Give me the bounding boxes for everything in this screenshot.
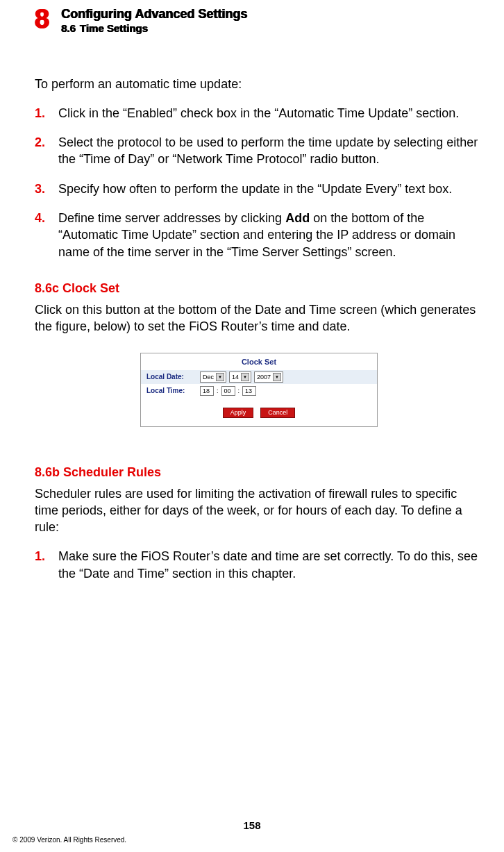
step-number: 2. [35, 134, 49, 151]
chevron-down-icon: ▼ [241, 373, 249, 381]
list-item: 2. Select the protocol to be used to per… [35, 134, 483, 168]
step-text: Define time server addresses by clicking… [58, 210, 483, 260]
intro-paragraph: To perform an automatic time update: [35, 76, 483, 92]
cancel-button[interactable]: Cancel [260, 408, 295, 418]
list-item: 4. Define time server addresses by click… [35, 210, 483, 260]
list-item: 1. Make sure the FiOS Router’s date and … [35, 548, 483, 582]
clock-set-figure: Clock Set Local Date: Dec▼ 14▼ 2007▼ Loc… [140, 353, 378, 427]
step-number: 1. [35, 105, 49, 122]
list-item: 1. Click in the “Enabled” check box in t… [35, 105, 483, 122]
section-title: Time Settings [80, 22, 148, 34]
page-number: 158 [0, 819, 504, 831]
steps-list-1: 1. Click in the “Enabled” check box in t… [35, 105, 483, 260]
heading-86b: 8.6b Scheduler Rules [35, 465, 483, 480]
minute-input[interactable]: 00 [221, 386, 235, 396]
step-number: 3. [35, 181, 49, 197]
year-select[interactable]: 2007▼ [254, 371, 283, 383]
step-text: Specify how often to perform the update … [58, 181, 483, 197]
second-input[interactable]: 13 [242, 386, 256, 396]
copyright: © 2009 Verizon. All Rights Reserved. [12, 836, 126, 844]
step-number: 1. [35, 548, 49, 565]
chevron-down-icon: ▼ [273, 373, 281, 381]
step-text: Select the protocol to be used to perfor… [58, 134, 483, 168]
hour-input[interactable]: 18 [200, 386, 214, 396]
para-86c: Click on this button at the bottom of th… [35, 301, 483, 335]
apply-button[interactable]: Apply [223, 408, 254, 418]
list-item: 3. Specify how often to perform the upda… [35, 181, 483, 197]
chevron-down-icon: ▼ [216, 373, 224, 381]
month-select[interactable]: Dec▼ [200, 371, 226, 383]
para-86b: Scheduler rules are used for limiting th… [35, 485, 483, 536]
day-select[interactable]: 14▼ [229, 371, 251, 383]
section-number: 8.6 [61, 22, 76, 34]
heading-86c: 8.6c Clock Set [35, 281, 483, 296]
step-text: Make sure the FiOS Router’s date and tim… [58, 548, 483, 582]
step-text: Click in the “Enabled” check box in the … [58, 105, 483, 122]
steps-list-2: 1. Make sure the FiOS Router’s date and … [35, 548, 483, 582]
chapter-number: 8 [35, 7, 49, 31]
local-date-label: Local Date: [141, 373, 200, 381]
clock-set-title: Clock Set [141, 353, 377, 370]
local-time-label: Local Time: [141, 387, 200, 394]
chapter-title: Configuring Advanced Settings [61, 7, 247, 22]
step-number: 4. [35, 210, 49, 226]
page-header: 8 Configuring Advanced Settings 8.6Time … [35, 7, 483, 34]
